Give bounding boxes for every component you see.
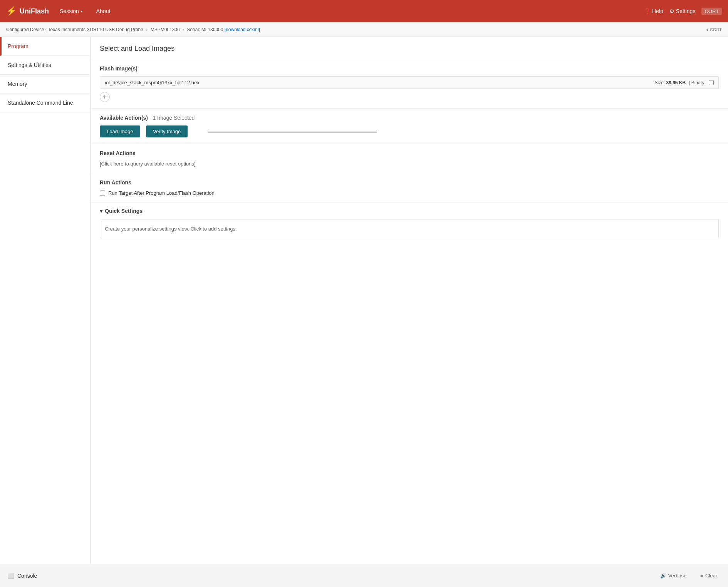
action-buttons: Load Image Verify Image — [100, 125, 719, 137]
binary-checkbox[interactable] — [709, 80, 714, 85]
device-serial: Serial: ML130000 — [187, 27, 223, 32]
console-label: Console — [17, 573, 37, 579]
sidebar-standalone-label: Standalone Command Line — [8, 100, 73, 106]
flash-image-row: iol_device_stack_mspm0l13xx_tiol112.hex … — [100, 76, 719, 89]
device-name: MSPM0L1306 — [151, 27, 180, 32]
sidebar-item-settings[interactable]: Settings & Utilities — [0, 56, 90, 75]
session-menu[interactable]: Session ▾ — [57, 7, 86, 16]
cort-badge: CORT — [701, 8, 722, 15]
breadcrumb-sep2: › — [183, 27, 184, 32]
session-chevron-icon: ▾ — [81, 9, 82, 13]
run-target-row: Run Target After Program Load/Flash Oper… — [100, 190, 719, 196]
clear-button[interactable]: ≡ Clear — [697, 571, 720, 580]
flash-section-title: Flash Image(s) — [100, 65, 719, 72]
verbose-label: Verbose — [668, 573, 687, 579]
console-bar: ⬜ Console 🔊 Verbose ≡ Clear — [0, 564, 728, 587]
settings-icon: ⚙ — [669, 8, 674, 14]
line-overlay — [208, 132, 377, 132]
available-actions-header: Available Action(s) - 1 Image Selected — [100, 115, 719, 121]
load-image-button[interactable]: Load Image — [100, 125, 140, 137]
available-actions-title: Available Action(s) — [100, 115, 148, 121]
sidebar-item-program[interactable]: Program — [0, 37, 90, 56]
run-actions-title: Run Actions — [100, 179, 719, 186]
verbose-icon: 🔊 — [660, 573, 666, 579]
help-label: Help — [652, 8, 663, 14]
device-label: Configured Device : Texas Instruments XD… — [6, 27, 143, 32]
app-name: UniFlash — [20, 7, 49, 15]
console-left: ⬜ Console — [8, 573, 37, 579]
settings-button[interactable]: ⚙ Settings — [669, 8, 696, 14]
verbose-button[interactable]: 🔊 Verbose — [657, 571, 690, 580]
content-header: Select and Load Images — [91, 37, 728, 59]
sidebar-settings-label: Settings & Utilities — [8, 62, 51, 68]
main-content: Select and Load Images Flash Image(s) io… — [91, 37, 728, 564]
help-icon: ❓ — [644, 8, 651, 14]
cort-indicator: ● CORT — [706, 27, 722, 32]
device-info: Configured Device : Texas Instruments XD… — [6, 27, 260, 32]
quick-settings-header[interactable]: ▾ Quick Settings — [100, 202, 719, 220]
flash-size-label: Size: 39.95 KB — [654, 80, 686, 85]
device-bar: Configured Device : Texas Instruments XD… — [0, 22, 728, 37]
clear-icon: ≡ — [700, 573, 703, 579]
verify-image-label: Verify Image — [153, 129, 181, 134]
quick-settings-title: Quick Settings — [105, 208, 143, 214]
run-actions-section: Run Actions Run Target After Program Loa… — [91, 173, 728, 202]
settings-label: Settings — [676, 8, 696, 14]
run-target-checkbox[interactable] — [100, 191, 105, 196]
help-button[interactable]: ❓ Help — [644, 8, 663, 14]
quick-settings-section: ▾ Quick Settings Create your personalize… — [91, 202, 728, 238]
add-image-button[interactable]: + — [100, 92, 110, 102]
run-target-label: Run Target After Program Load/Flash Oper… — [108, 190, 215, 196]
flash-binary-label: | Binary: — [689, 80, 706, 85]
flash-images-section: Flash Image(s) iol_device_stack_mspm0l13… — [91, 59, 728, 109]
verify-image-tooltip[interactable]: Verify Image — [146, 125, 188, 137]
sidebar-memory-label: Memory — [8, 81, 27, 87]
top-nav: ⚡ UniFlash Session ▾ About ❓ Help ⚙ Sett… — [0, 0, 728, 22]
reset-actions-title: Reset Actions — [100, 150, 719, 156]
available-actions-count: - 1 Image Selected — [149, 115, 195, 121]
flash-image-name: iol_device_stack_mspm0l13xx_tiol112.hex — [105, 80, 200, 85]
sidebar: Program Settings & Utilities Memory Stan… — [0, 37, 91, 564]
reset-actions-section: Reset Actions [Click here to query avail… — [91, 144, 728, 173]
sidebar-item-standalone[interactable]: Standalone Command Line — [0, 94, 90, 112]
console-icon: ⬜ — [8, 573, 14, 579]
available-actions-section: Available Action(s) - 1 Image Selected L… — [91, 109, 728, 144]
main-layout: Program Settings & Utilities Memory Stan… — [0, 37, 728, 564]
session-label: Session — [60, 8, 79, 14]
flash-image-meta: Size: 39.95 KB | Binary: — [654, 80, 714, 85]
right-actions: ❓ Help ⚙ Settings CORT — [644, 8, 722, 15]
bolt-icon: ⚡ — [6, 6, 17, 16]
clear-label: Clear — [705, 573, 717, 579]
download-ccxml-link[interactable]: [download ccxml] — [225, 27, 260, 32]
sidebar-item-memory[interactable]: Memory — [0, 75, 90, 94]
quick-settings-content: Create your personalize settings view. C… — [100, 220, 719, 238]
quick-settings-chevron-icon: ▾ — [100, 208, 102, 214]
quick-settings-description: Create your personalize settings view. C… — [105, 226, 237, 232]
app-logo: ⚡ UniFlash — [6, 6, 49, 16]
about-link[interactable]: About — [93, 7, 114, 16]
breadcrumb-sep1: › — [146, 27, 148, 32]
sidebar-program-label: Program — [8, 43, 29, 49]
page-title: Select and Load Images — [100, 45, 174, 52]
reset-query-link[interactable]: [Click here to query available reset opt… — [100, 161, 196, 167]
console-right: 🔊 Verbose ≡ Clear — [657, 571, 720, 580]
